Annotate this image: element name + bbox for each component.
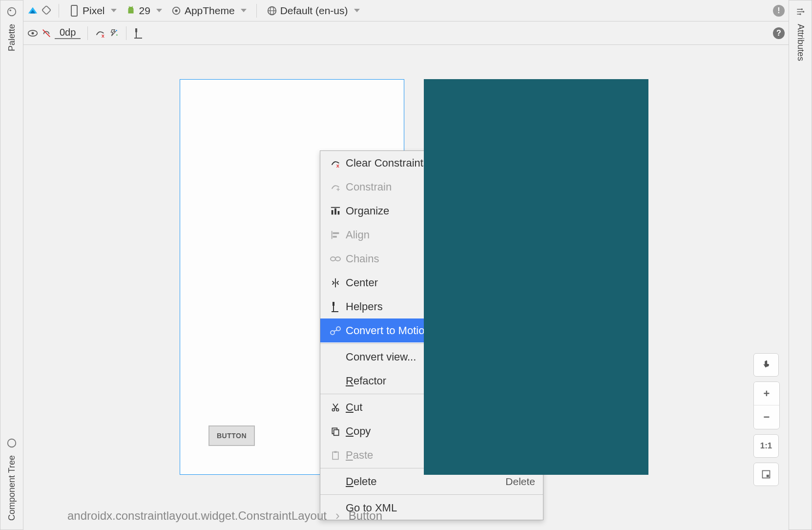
svg-rect-22 [135, 28, 137, 32]
zoom-out-button[interactable]: − [754, 405, 779, 429]
breadcrumb: androidx.constraintlayout.widget.Constra… [67, 508, 382, 523]
svg-point-12 [175, 9, 178, 12]
theme-selector[interactable]: AppTheme [168, 4, 250, 18]
api-selector[interactable]: 29 [123, 4, 165, 18]
svg-point-0 [8, 8, 16, 16]
component-tree-tab[interactable]: Component Tree [7, 455, 17, 521]
svg-rect-33 [333, 235, 337, 237]
svg-rect-28 [334, 208, 336, 214]
svg-point-5 [799, 13, 801, 15]
device-label: Pixel [83, 5, 105, 17]
svg-point-1 [9, 9, 11, 11]
breadcrumb-leaf[interactable]: Button [349, 509, 382, 523]
blueprint-preview[interactable] [424, 79, 648, 475]
svg-point-20 [116, 30, 118, 31]
svg-text:+: + [336, 186, 340, 192]
device-selector[interactable]: Pixel [66, 4, 120, 18]
zoom-in-button[interactable]: + [754, 382, 779, 405]
menu-separator [320, 494, 543, 495]
shortcut: Delete [505, 476, 535, 488]
svg-rect-52 [767, 475, 769, 477]
api-label: 29 [139, 5, 150, 17]
separator [256, 4, 257, 18]
svg-line-9 [129, 6, 129, 7]
svg-line-42 [334, 330, 337, 331]
svg-point-40 [331, 331, 334, 335]
globe-icon [267, 5, 277, 16]
design-canvas[interactable]: BUTTON x Clear Constraints of Selection … [23, 45, 789, 530]
phone-icon [69, 5, 80, 16]
svg-rect-27 [332, 210, 333, 214]
separator [126, 26, 126, 40]
right-rail: Attributes [789, 0, 812, 530]
organize-icon [328, 206, 343, 216]
breadcrumb-root[interactable]: androidx.constraintlayout.widget.Constra… [67, 509, 327, 523]
pan-button[interactable] [753, 353, 779, 377]
svg-point-41 [336, 327, 340, 331]
zoom-fit-button[interactable] [753, 463, 779, 486]
center-icon [328, 277, 343, 288]
svg-rect-32 [333, 232, 339, 234]
helpers-icon [328, 301, 343, 313]
chains-icon [328, 255, 343, 263]
chevron-right-icon [335, 508, 340, 523]
svg-point-35 [335, 257, 340, 261]
separator [87, 26, 88, 40]
margin-value: 0dp [60, 27, 76, 38]
palette-tab[interactable]: Palette [7, 24, 17, 51]
infer-constraints-icon[interactable] [108, 28, 119, 39]
warnings-icon[interactable]: ! [773, 5, 785, 17]
zoom-actual-button[interactable]: 1:1 [753, 434, 779, 458]
palette-icon[interactable] [6, 6, 17, 17]
default-margin-input[interactable]: 0dp [55, 27, 81, 39]
svg-rect-48 [334, 429, 339, 435]
android-icon [125, 5, 136, 16]
component-tree-icon[interactable] [6, 438, 17, 448]
svg-point-4 [803, 11, 804, 12]
paste-icon [328, 450, 343, 461]
zoom-controls: + − 1:1 [753, 353, 780, 486]
constrain-icon: + [328, 182, 343, 192]
svg-rect-29 [338, 211, 340, 214]
help-icon[interactable]: ? [773, 27, 785, 39]
design-toolbar: 0dp x ? [23, 21, 789, 45]
motion-icon [328, 326, 343, 336]
theme-icon [171, 5, 182, 16]
copy-icon [328, 426, 343, 436]
attributes-tab[interactable]: Attributes [795, 24, 806, 61]
orientation-icon[interactable] [41, 5, 52, 16]
svg-rect-49 [333, 452, 338, 459]
locale-selector[interactable]: Default (en-us) [264, 4, 363, 18]
config-toolbar: Pixel 29 AppTheme Default (en-us) ! [23, 0, 789, 21]
svg-line-10 [132, 6, 132, 7]
autoconnect-icon[interactable] [41, 28, 52, 39]
svg-point-2 [8, 439, 16, 447]
cut-icon [328, 403, 343, 412]
theme-label: AppTheme [185, 5, 235, 17]
svg-text:x: x [102, 33, 105, 39]
preview-button-widget[interactable]: BUTTON [208, 425, 255, 446]
design-preview[interactable]: BUTTON x Clear Constraints of Selection … [180, 79, 404, 475]
svg-point-3 [801, 8, 803, 10]
locale-label: Default (en-us) [280, 5, 348, 17]
clear-constraints-icon: x [328, 158, 343, 169]
svg-rect-7 [71, 5, 77, 16]
svg-point-21 [116, 34, 118, 36]
svg-rect-50 [334, 451, 337, 452]
svg-text:x: x [336, 163, 340, 169]
svg-rect-6 [42, 5, 51, 14]
svg-point-34 [331, 257, 335, 261]
button-text: BUTTON [217, 432, 247, 440]
view-options-icon[interactable] [27, 28, 38, 39]
svg-rect-8 [128, 10, 133, 13]
align-icon [328, 230, 343, 240]
guidelines-icon[interactable] [133, 28, 144, 39]
separator [59, 4, 59, 18]
left-rail: Palette Component Tree [0, 0, 23, 530]
clear-constraints-icon[interactable]: x [95, 28, 105, 39]
design-surface-icon[interactable] [27, 5, 38, 16]
svg-rect-37 [333, 302, 334, 306]
svg-point-17 [31, 32, 34, 34]
attributes-icon[interactable] [795, 6, 806, 17]
